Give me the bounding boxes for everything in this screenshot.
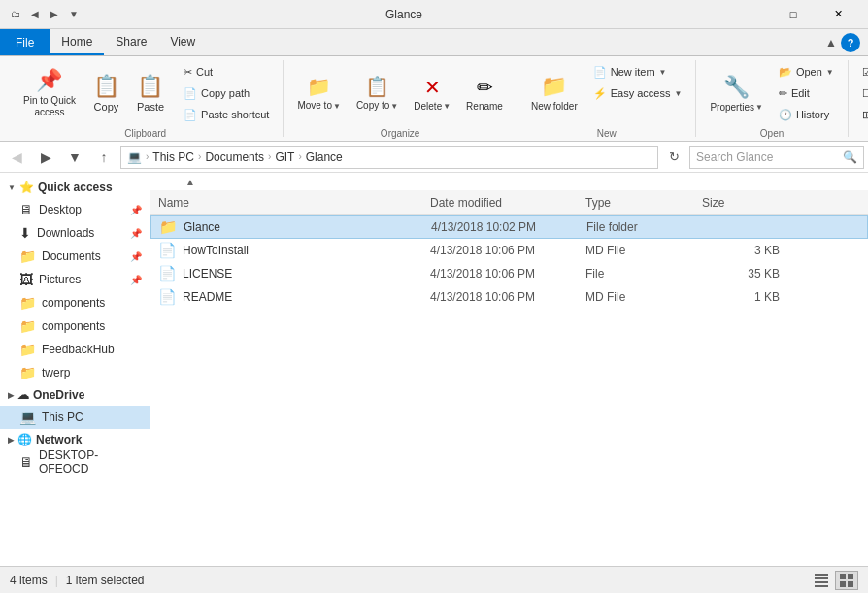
- open-label: Open: [760, 124, 784, 139]
- move-to-label: Move to: [297, 100, 332, 112]
- path-documents[interactable]: Documents: [205, 150, 264, 164]
- maximize-button[interactable]: □: [771, 0, 816, 29]
- file-type-icon: 📁: [159, 218, 178, 236]
- network-header[interactable]: ▶ 🌐 Network: [0, 429, 150, 450]
- forward-button[interactable]: ▶: [33, 146, 58, 169]
- pin-to-quick-access-button[interactable]: 📌 Pin to Quickaccess: [16, 62, 83, 124]
- rename-button[interactable]: ✏ Rename: [460, 62, 509, 124]
- refresh-button[interactable]: ↻: [662, 146, 685, 169]
- delete-button[interactable]: ✕ Delete ▼: [408, 62, 456, 124]
- sidebar-item-desktop[interactable]: 🖥 Desktop 📌: [0, 198, 150, 221]
- sidebar-item-desktop-pc[interactable]: 🖥 DESKTOP-OFEOCD: [0, 450, 150, 474]
- sidebar-item-components-1[interactable]: 📁 components: [0, 291, 150, 314]
- file-name: Glance: [184, 220, 220, 234]
- file-row[interactable]: 📄 README 4/13/2018 10:06 PM MD File 1 KB: [150, 285, 868, 309]
- new-label: New: [597, 124, 617, 139]
- path-this-pc[interactable]: This PC: [152, 150, 194, 164]
- sidebar-item-this-pc[interactable]: 💻 This PC: [0, 406, 150, 429]
- sidebar-item-pictures[interactable]: 🖼 Pictures 📌: [0, 268, 150, 291]
- sidebar-item-documents[interactable]: 📁 Documents 📌: [0, 245, 150, 268]
- desktop-pc-icon: 🖥: [19, 454, 33, 470]
- sidebar-item-downloads[interactable]: ⬇ Downloads 📌: [0, 221, 150, 245]
- file-row[interactable]: 📁 Glance 4/13/2018 10:02 PM File folder: [150, 215, 868, 239]
- open-group-content: 🔧 Properties ▼ 📂 Open ▼ ✏ Edit 🕐: [704, 60, 839, 124]
- open-group: 🔧 Properties ▼ 📂 Open ▼ ✏ Edit 🕐: [696, 60, 848, 137]
- svg-rect-4: [840, 574, 846, 579]
- details-view-button[interactable]: [810, 571, 833, 590]
- search-box[interactable]: Search Glance 🔍: [689, 146, 864, 169]
- col-header-size[interactable]: Size: [702, 196, 780, 210]
- select-all-button[interactable]: ☑ Select all: [856, 62, 868, 82]
- path-glance[interactable]: Glance: [306, 150, 343, 164]
- quick-access-icon-1[interactable]: ◀: [27, 7, 43, 22]
- pictures-icon: 🖼: [19, 272, 33, 287]
- file-type-icon: 📄: [158, 242, 177, 259]
- cut-button[interactable]: ✂ Cut: [178, 62, 275, 82]
- file-name: README: [183, 290, 232, 304]
- help-button[interactable]: ?: [841, 33, 860, 52]
- recent-locations-button[interactable]: ▼: [62, 146, 87, 169]
- col-header-name[interactable]: Name: [158, 196, 430, 210]
- tab-home[interactable]: Home: [50, 29, 104, 55]
- up-button[interactable]: ↑: [91, 146, 117, 169]
- pin-icon: 📌: [36, 68, 62, 93]
- copy-button[interactable]: 📋 Copy: [85, 62, 127, 124]
- search-placeholder: Search Glance: [696, 150, 773, 164]
- large-icons-view-icon: [840, 574, 853, 587]
- quick-access-icon-3[interactable]: ▼: [66, 7, 82, 22]
- quick-access-icon-2[interactable]: ▶: [47, 7, 62, 22]
- new-folder-button[interactable]: 📁 New folder: [525, 62, 584, 124]
- history-button[interactable]: 🕐 History: [773, 105, 840, 124]
- window-icon: 🗂: [8, 7, 23, 22]
- path-git[interactable]: GIT: [275, 150, 294, 164]
- large-icons-view-button[interactable]: [835, 571, 858, 590]
- onedrive-header[interactable]: ▶ ☁ OneDrive: [0, 384, 150, 406]
- copy-path-button[interactable]: 📄 Copy path: [178, 83, 275, 103]
- copy-label: Copy: [94, 101, 119, 113]
- properties-label: Properties: [710, 102, 754, 113]
- sidebar-item-components-2[interactable]: 📁 components: [0, 314, 150, 338]
- invert-selection-button[interactable]: ⊞ Invert selection: [856, 105, 868, 124]
- quick-access-icon: ⭐: [19, 181, 34, 194]
- select-none-icon: ☐: [862, 87, 868, 100]
- select-none-button[interactable]: ☐ Select none: [856, 83, 868, 103]
- delete-label-row: Delete ▼: [414, 101, 451, 112]
- quick-access-label: Quick access: [38, 181, 113, 194]
- file-date-cell: 4/13/2018 10:06 PM: [430, 244, 585, 257]
- desktop-pin-icon: 📌: [130, 205, 142, 215]
- minimize-button[interactable]: —: [726, 0, 771, 29]
- tab-file[interactable]: File: [0, 29, 50, 55]
- delete-icon: ✕: [424, 76, 441, 99]
- properties-button[interactable]: 🔧 Properties ▼: [704, 62, 769, 124]
- address-path[interactable]: 💻 › This PC › Documents › GIT › Glance: [120, 146, 658, 169]
- tab-view[interactable]: View: [158, 29, 207, 55]
- back-button[interactable]: ◀: [4, 146, 29, 169]
- collapse-ribbon-icon[interactable]: ▲: [825, 36, 837, 49]
- close-button[interactable]: ✕: [816, 0, 860, 29]
- col-header-date[interactable]: Date modified: [430, 196, 585, 210]
- tab-share[interactable]: Share: [104, 29, 158, 55]
- new-item-button[interactable]: 📄 New item ▼: [587, 62, 688, 82]
- this-pc-icon: 💻: [19, 410, 36, 425]
- file-type-icon: 📄: [158, 265, 177, 282]
- open-button[interactable]: 📂 Open ▼: [773, 62, 840, 82]
- paste-button[interactable]: 📋 Paste: [129, 62, 172, 124]
- move-to-button[interactable]: 📁 Move to ▼: [291, 62, 347, 124]
- edit-button[interactable]: ✏ Edit: [773, 83, 840, 103]
- copy-to-button[interactable]: 📋 Copy to ▼: [351, 62, 404, 124]
- rename-label: Rename: [466, 101, 503, 112]
- sort-indicator-row: ▲: [150, 173, 868, 190]
- sidebar-item-twerp[interactable]: 📁 twerp: [0, 361, 150, 384]
- file-size-cell: 35 KB: [702, 267, 780, 280]
- easy-access-button[interactable]: ⚡ Easy access ▼: [587, 83, 688, 103]
- file-row[interactable]: 📄 HowToInstall 4/13/2018 10:06 PM MD Fil…: [150, 239, 868, 262]
- col-header-type[interactable]: Type: [585, 196, 702, 210]
- delete-label: Delete: [414, 101, 442, 112]
- sidebar-item-feedbackhub[interactable]: 📁 FeedbackHub: [0, 338, 150, 361]
- quick-access-header[interactable]: ▼ ⭐ Quick access: [0, 177, 150, 198]
- file-type-cell: File folder: [586, 220, 703, 234]
- file-row[interactable]: 📄 LICENSE 4/13/2018 10:06 PM File 35 KB: [150, 262, 868, 285]
- open-small-actions: 📂 Open ▼ ✏ Edit 🕐 History: [773, 62, 840, 124]
- components1-label: components: [42, 296, 105, 310]
- paste-shortcut-button[interactable]: 📄 Paste shortcut: [178, 105, 275, 124]
